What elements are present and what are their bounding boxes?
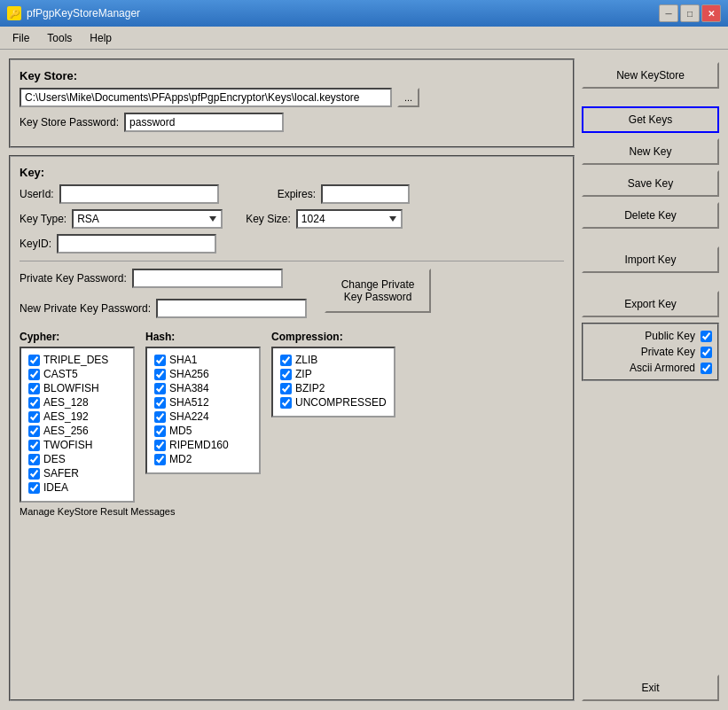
hash-header: Hash: [145, 331, 261, 343]
keysize-select[interactable]: 512 1024 2048 4096 [296, 209, 403, 229]
userid-label: UserId: [20, 188, 54, 200]
password-row: Key Store Password: [20, 113, 564, 132]
list-item: IDEA [28, 481, 126, 494]
compression-header: Compression: [271, 331, 395, 343]
export-key-button[interactable]: Export Key [582, 291, 719, 317]
list-item: TRIPLE_DES [28, 354, 126, 366]
menu-file[interactable]: File [4, 29, 38, 47]
browse-button[interactable]: ... [397, 88, 419, 107]
hash-sha1[interactable] [154, 355, 166, 366]
get-keys-button[interactable]: Get Keys [582, 106, 719, 133]
hash-ripemd160[interactable] [154, 440, 166, 451]
cypher-twofish[interactable] [28, 440, 40, 451]
comp-bzip2[interactable] [280, 383, 292, 394]
status-message: Manage KeyStore Result Messages [20, 506, 175, 517]
list-item: MD5 [154, 425, 252, 437]
exit-button[interactable]: Exit [582, 675, 719, 701]
hash-sha384[interactable] [154, 383, 166, 394]
ascii-armored-label: Ascii Armored [630, 362, 695, 374]
keytype-label: Key Type: [20, 213, 67, 225]
cypher-des[interactable] [28, 454, 40, 465]
menu-tools[interactable]: Tools [38, 29, 81, 47]
status-bar: Manage KeyStore Result Messages [20, 503, 564, 517]
cypher-idea[interactable] [28, 482, 40, 494]
newpkpassword-label: New Private Key Password: [20, 302, 151, 315]
list-item: AES_128 [28, 396, 126, 409]
app-icon: 🔑 [7, 6, 21, 20]
checkbox-group: Cypher: TRIPLE_DES CAST5 BLOWFISH AES_12… [20, 331, 564, 503]
hash-md5[interactable] [154, 425, 166, 437]
pkpassword-input[interactable] [132, 269, 283, 288]
keytype-select[interactable]: RSA DSA ElGamal [72, 209, 223, 229]
close-button[interactable]: ✕ [701, 4, 721, 22]
private-key-label: Private Key [641, 346, 695, 358]
compression-list: ZLIB ZIP BZIP2 UNCOMPRESSED [271, 347, 395, 417]
private-key-checkbox[interactable] [701, 347, 712, 358]
userid-input[interactable] [59, 184, 219, 204]
left-panel: Key Store: ... Key Store Password: Key: … [9, 59, 575, 701]
list-item: AES_192 [28, 410, 126, 423]
minimize-button[interactable]: ─ [659, 4, 678, 22]
list-item: DES [28, 453, 126, 465]
cypher-list: TRIPLE_DES CAST5 BLOWFISH AES_128 AES_19 [20, 347, 135, 503]
list-item: SHA512 [154, 396, 252, 409]
list-item: CAST5 [28, 368, 126, 380]
new-key-button[interactable]: New Key [582, 138, 719, 165]
keystore-path-input[interactable] [20, 88, 392, 107]
import-key-button[interactable]: Import Key [582, 246, 719, 273]
hash-sha256[interactable] [154, 369, 166, 380]
keyid-label: KeyID: [20, 238, 51, 250]
keystore-title: Key Store: [20, 69, 564, 82]
comp-zlib[interactable] [280, 355, 292, 366]
list-item: TWOFISH [28, 439, 126, 451]
list-item: SAFER [28, 467, 126, 480]
key-section: Key: UserId: Expires: Key Type: RSA DSA … [9, 155, 575, 701]
new-keystore-button[interactable]: New KeyStore [582, 62, 719, 89]
cypher-triple-des[interactable] [28, 355, 40, 366]
public-key-option: Public Key [589, 330, 712, 342]
export-options: Public Key Private Key Ascii Armored [582, 323, 719, 381]
cypher-aes192[interactable] [28, 411, 40, 423]
cypher-safer[interactable] [28, 468, 40, 480]
public-key-checkbox[interactable] [701, 331, 712, 342]
pkpassword-row: Private Key Password: [20, 269, 307, 288]
hash-sha512[interactable] [154, 397, 166, 409]
comp-zip[interactable] [280, 369, 292, 380]
key-title: Key: [20, 166, 564, 179]
password-label: Key Store Password: [20, 116, 119, 129]
menu-bar: File Tools Help [0, 27, 728, 50]
window-title: pfPgpKeyStoreManager [27, 7, 654, 20]
list-item: MD2 [154, 453, 252, 465]
menu-help[interactable]: Help [81, 29, 121, 47]
hash-sha224[interactable] [154, 411, 166, 423]
keystore-password-input[interactable] [124, 113, 284, 132]
hash-md2[interactable] [154, 454, 166, 465]
list-item: SHA384 [154, 382, 252, 394]
keystore-path-row: ... [20, 88, 564, 107]
save-key-button[interactable]: Save Key [582, 170, 719, 197]
change-pk-button[interactable]: Change PrivateKey Password [325, 269, 431, 313]
title-bar: 🔑 pfPgpKeyStoreManager ─ □ ✕ [0, 0, 728, 27]
right-panel: New KeyStore Get Keys New Key Save Key D… [582, 59, 719, 701]
list-item: SHA224 [154, 410, 252, 423]
keystore-section: Key Store: ... Key Store Password: [9, 59, 575, 148]
title-bar-buttons: ─ □ ✕ [659, 4, 721, 22]
cypher-blowfish[interactable] [28, 383, 40, 394]
ascii-armored-checkbox[interactable] [701, 363, 712, 374]
keyid-row: KeyID: [20, 234, 564, 254]
cypher-aes256[interactable] [28, 425, 40, 437]
delete-key-button[interactable]: Delete Key [582, 202, 719, 229]
cypher-cast5[interactable] [28, 369, 40, 380]
comp-uncompressed[interactable] [280, 397, 292, 409]
keyid-input[interactable] [57, 234, 216, 254]
expires-label: Expires: [278, 188, 316, 200]
cypher-aes128[interactable] [28, 397, 40, 409]
list-item: AES_256 [28, 425, 126, 437]
expires-input[interactable] [321, 184, 410, 204]
newpkpassword-input[interactable] [156, 299, 307, 318]
public-key-label: Public Key [645, 330, 695, 342]
list-item: UNCOMPRESSED [280, 396, 387, 409]
list-item: RIPEMD160 [154, 439, 252, 451]
list-item: BZIP2 [280, 382, 387, 394]
maximize-button[interactable]: □ [680, 4, 700, 22]
